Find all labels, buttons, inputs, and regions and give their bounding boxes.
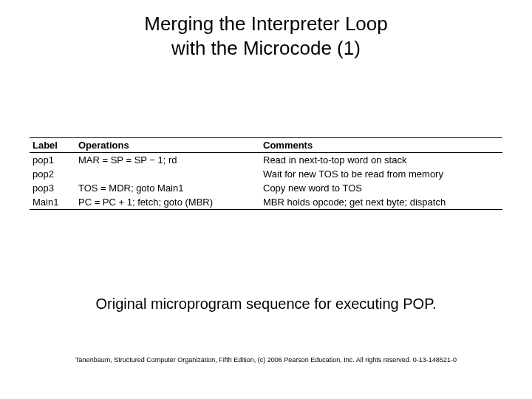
table-row: pop1 MAR = SP = SP − 1; rd Read in next-… bbox=[30, 153, 502, 168]
header-comments: Comments bbox=[260, 138, 502, 153]
cell-operations: MAR = SP = SP − 1; rd bbox=[75, 153, 260, 168]
cell-operations: TOS = MDR; goto Main1 bbox=[75, 181, 260, 195]
microcode-table: Label Operations Comments pop1 MAR = SP … bbox=[30, 137, 502, 210]
header-operations: Operations bbox=[75, 138, 260, 153]
cell-comments: Read in next-to-top word on stack bbox=[260, 153, 502, 168]
cell-label: Main1 bbox=[30, 195, 75, 210]
microcode-table-container: Label Operations Comments pop1 MAR = SP … bbox=[30, 137, 502, 210]
table-row: pop3 TOS = MDR; goto Main1 Copy new word… bbox=[30, 181, 502, 195]
title-line-2: with the Microcode (1) bbox=[0, 36, 532, 61]
cell-comments: Copy new word to TOS bbox=[260, 181, 502, 195]
table-row: pop2 Wait for new TOS to be read from me… bbox=[30, 167, 502, 181]
cell-operations: PC = PC + 1; fetch; goto (MBR) bbox=[75, 195, 260, 210]
slide-title: Merging the Interpreter Loop with the Mi… bbox=[0, 12, 532, 60]
cell-label: pop2 bbox=[30, 167, 75, 181]
cell-comments: MBR holds opcode; get next byte; dispatc… bbox=[260, 195, 502, 210]
table-row: Main1 PC = PC + 1; fetch; goto (MBR) MBR… bbox=[30, 195, 502, 210]
figure-caption: Original microprogram sequence for execu… bbox=[0, 296, 532, 313]
cell-label: pop3 bbox=[30, 181, 75, 195]
copyright-footer: Tanenbaum, Structured Computer Organizat… bbox=[0, 356, 532, 364]
cell-label: pop1 bbox=[30, 153, 75, 168]
cell-operations bbox=[75, 167, 260, 181]
cell-comments: Wait for new TOS to be read from memory bbox=[260, 167, 502, 181]
title-line-1: Merging the Interpreter Loop bbox=[0, 12, 532, 36]
header-label: Label bbox=[30, 138, 75, 153]
table-header-row: Label Operations Comments bbox=[30, 138, 502, 153]
